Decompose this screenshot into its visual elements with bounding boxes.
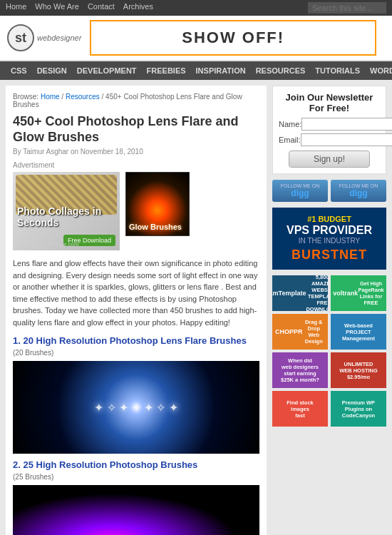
nav-archives[interactable]: Archives <box>123 2 153 14</box>
glow-brushes-label: Glow Brushes <box>129 223 182 231</box>
ad-collage-title: Photo Collages in Seconds <box>17 205 120 230</box>
logo-icon: st <box>7 24 34 51</box>
ad-dontsuck[interactable]: Premium WP Plugins on CodeCanyon <box>331 391 386 427</box>
lens-flare-image <box>13 361 259 454</box>
article-meta: By Taimur Asghar on November 18, 2010 <box>13 148 259 156</box>
ad-collage-link: www.ShapeCollage.com <box>17 241 79 248</box>
email-input[interactable] <box>301 133 392 146</box>
glow-brushes-thumbnail: Glow Brushes <box>125 172 190 236</box>
advertisment-label: Advertisment <box>13 161 259 169</box>
vps-brand: BURSTNET <box>279 248 379 263</box>
nav-inspiration[interactable]: Inspiration <box>191 63 251 78</box>
vps-rank: #1 BUDGET <box>279 215 379 223</box>
ad-area: Photo Collages in Seconds Free Download … <box>13 172 259 250</box>
ad-voltrank[interactable]: voltrankGet High PageRankLinks for FREE <box>331 275 386 311</box>
section1-count: (20 Brushes) <box>13 349 259 357</box>
nav-whoweare[interactable]: Who We Are <box>35 2 79 14</box>
page-layout: Browse: Home / Resources / 450+ Cool Pho… <box>0 80 392 535</box>
follow-label-1: FOLLOW ME ON <box>274 183 326 188</box>
follow-button-1[interactable]: FOLLOW ME ON digg <box>272 180 328 202</box>
ad-choppr[interactable]: CHOPPRDrag & DropWeb Design <box>272 314 328 350</box>
email-label: Email: <box>279 136 301 144</box>
vps-sub: IN THE INDUSTRY <box>279 237 379 245</box>
banner-advertisement[interactable]: SHOW OFF! <box>90 20 376 56</box>
nav-home[interactable]: Home <box>6 2 26 14</box>
nav-css[interactable]: CSS <box>6 63 32 78</box>
section2-link[interactable]: 2. 25 High Resolution Photoshop Brushes <box>13 459 197 470</box>
follow-label-2: FOLLOW ME ON <box>333 183 384 188</box>
article-title: 450+ Cool Photoshop Lens Flare and Glow … <box>13 114 259 145</box>
nav-resources[interactable]: Resources <box>251 63 311 78</box>
digg-label-2: digg <box>349 188 367 198</box>
small-ads-grid: DreamTemplate5,800+ AMAZINGWEBSITE TEMPL… <box>272 275 386 427</box>
logo-subtitle: webdesigner <box>37 34 81 42</box>
main-navigation: CSS Design Development Freebies Inspirat… <box>0 61 392 80</box>
vps-title: VPS PROVIDER <box>279 223 379 237</box>
breadcrumb: Browse: Home / Resources / 450+ Cool Pho… <box>13 93 259 108</box>
lens-stars-visual <box>13 361 259 454</box>
digg-label-1: digg <box>291 188 309 198</box>
logo-area: st webdesigner <box>7 24 81 51</box>
vps-advertisement[interactable]: #1 BUDGET VPS PROVIDER IN THE INDUSTRY B… <box>272 208 386 270</box>
site-header: st webdesigner SHOW OFF! <box>0 16 392 61</box>
email-field-row: Email: <box>279 133 380 146</box>
section2-image <box>13 485 259 535</box>
article-body: Lens flare and glow effects have their o… <box>13 258 259 328</box>
section2-count: (25 Brushes) <box>13 473 259 481</box>
section1-heading: 1. 20 High Resolution Photoshop Lens Fla… <box>13 335 259 346</box>
sidebar: Join Our Newsletter For Free! Name: Emai… <box>272 86 386 535</box>
ad-shutterstock[interactable]: Find stockimagesfast <box>272 391 328 427</box>
signup-button[interactable]: Sign up! <box>289 151 370 168</box>
newsletter-title: Join Our Newsletter For Free! <box>279 92 380 113</box>
ad-dreamtemplate[interactable]: DreamTemplate5,800+ AMAZINGWEBSITE TEMPL… <box>272 275 328 311</box>
name-label: Name: <box>279 120 301 128</box>
ad-webbase[interactable]: Web-basedPROJECTManagement <box>331 314 386 350</box>
nav-development[interactable]: Development <box>72 63 142 78</box>
section1-link[interactable]: 1. 20 High Resolution Photoshop Lens Fla… <box>13 335 247 346</box>
name-field-row: Name: <box>279 118 380 131</box>
nav-freebies[interactable]: Freebies <box>142 63 191 78</box>
logo-symbol: st <box>15 31 26 46</box>
nav-wordpress[interactable]: WordPress <box>365 63 392 78</box>
nav-tutorials[interactable]: Tutorials <box>310 63 365 78</box>
main-content-area: Browse: Home / Resources / 450+ Cool Pho… <box>6 86 267 535</box>
section2-heading: 2. 25 High Resolution Photoshop Brushes <box>13 459 259 470</box>
search-input[interactable] <box>308 2 386 14</box>
breadcrumb-prefix: Browse: <box>13 93 38 101</box>
follow-button-2[interactable]: FOLLOW ME ON digg <box>331 180 386 202</box>
ad-collage-image[interactable]: Photo Collages in Seconds Free Download … <box>13 172 120 250</box>
newsletter-box: Join Our Newsletter For Free! Name: Emai… <box>272 86 386 174</box>
nav-contact[interactable]: Contact <box>88 2 115 14</box>
breadcrumb-resources[interactable]: Resources <box>66 93 100 101</box>
breadcrumb-home[interactable]: Home <box>41 93 60 101</box>
top-navigation: Home Who We Are Contact Archives <box>0 0 392 16</box>
name-input[interactable] <box>301 118 392 131</box>
nav-design[interactable]: Design <box>32 63 72 78</box>
ad-dailyrazor[interactable]: UNLIMITEDWEB HOSTING$2.95/mo <box>331 352 386 388</box>
ad-webdesign[interactable]: When didweb designersstart earning$25K a… <box>272 352 328 388</box>
follow-area: FOLLOW ME ON digg FOLLOW ME ON digg <box>272 180 386 202</box>
